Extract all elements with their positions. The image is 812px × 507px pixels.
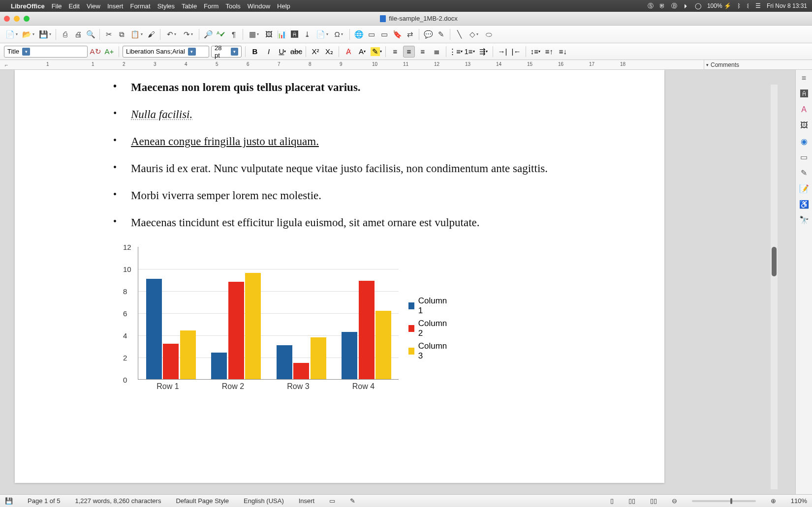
insert-textbox-button[interactable]: 🅰 [289, 29, 300, 40]
comments-panel-header[interactable]: ▾ Comments [704, 60, 802, 70]
battery-status[interactable]: 100% ⚡ [707, 2, 731, 9]
vertical-scrollbar[interactable] [771, 85, 778, 489]
bullet-list-button[interactable]: ⋮≡▾ [450, 46, 462, 58]
page-icon[interactable]: ▭ [799, 151, 810, 162]
insert-chart-button[interactable]: 📊 [276, 29, 287, 40]
clear-formatting-button[interactable]: A̷ [343, 46, 354, 58]
print-button[interactable]: 🖨 [72, 29, 83, 40]
menu-insert[interactable]: Insert [107, 2, 124, 10]
page-style[interactable]: Default Page Style [176, 497, 229, 505]
formatting-marks-button[interactable]: ¶ [228, 29, 239, 40]
sidebar-menu-icon[interactable]: ≡ [799, 73, 810, 84]
font-name-combo[interactable]: Liberation Sans;Arial ▾ [123, 46, 209, 58]
redo-button[interactable]: ↷▾ [181, 29, 195, 40]
paragraph-style-combo[interactable]: Title ▾ [4, 46, 88, 58]
circle-icon[interactable]: ◯ [695, 2, 701, 9]
strikethrough-button[interactable]: abc [290, 46, 302, 58]
align-left-button[interactable]: ≡ [389, 46, 401, 58]
open-button[interactable]: 📂▾ [21, 29, 35, 40]
align-center-button[interactable]: ≡ [403, 46, 415, 58]
insert-field-button[interactable]: 📄▾ [314, 29, 329, 40]
new-button[interactable]: 📄▾ [4, 29, 19, 40]
save-button[interactable]: 💾▾ [37, 29, 52, 40]
undo-button[interactable]: ↶▾ [164, 29, 179, 40]
new-style-button[interactable]: A+ [103, 46, 115, 58]
increase-indent-button[interactable]: →| [497, 46, 508, 58]
list-item[interactable]: Nulla facilisi. [113, 107, 586, 122]
zoom-value[interactable]: 110% [791, 497, 807, 505]
zoom-slider[interactable] [692, 500, 756, 502]
update-style-button[interactable]: A↻ [90, 46, 101, 58]
zoom-in-icon[interactable]: ⊕ [771, 497, 776, 505]
menu-view[interactable]: View [87, 2, 100, 10]
menu-tools[interactable]: Tools [225, 2, 240, 10]
insert-mode[interactable]: Insert [299, 497, 315, 505]
play-icon[interactable]: ⏵ [683, 2, 689, 9]
font-size-combo[interactable]: 28 pt ▾ [211, 46, 242, 58]
increase-para-spacing-button[interactable]: ≡↑ [543, 46, 555, 58]
highlight-button[interactable]: ✎▾ [370, 46, 382, 58]
minimize-button[interactable] [14, 16, 20, 22]
manage-changes-icon[interactable]: 📝 [799, 183, 810, 194]
embedded-chart[interactable]: Column 1Column 2Column 3 024681012Row 1R… [113, 242, 418, 404]
clone-formatting-button[interactable]: 🖌 [146, 29, 156, 40]
align-right-button[interactable]: ≡ [417, 46, 429, 58]
insert-pagebreak-button[interactable]: ⤓ [302, 29, 312, 40]
copy-button[interactable]: ⧉ [116, 29, 127, 40]
find-sidebar-icon[interactable]: 🔭 [799, 214, 810, 225]
numbered-list-button[interactable]: 1≡▾ [464, 46, 475, 58]
gallery-icon[interactable]: 🖼 [799, 120, 810, 131]
zoom-out-icon[interactable]: ⊖ [672, 497, 677, 505]
subscript-button[interactable]: X₂ [323, 46, 335, 58]
menu-styles[interactable]: Styles [157, 2, 175, 10]
insert-image-button[interactable]: 🖼 [263, 29, 274, 40]
insert-crossref-button[interactable]: ⇄ [405, 29, 415, 40]
properties-icon[interactable]: 🅰 [799, 89, 810, 99]
navigator-icon[interactable]: ◉ [799, 136, 810, 147]
insert-table-button[interactable]: ▦▾ [247, 29, 261, 40]
clock[interactable]: Fri Nov 8 13:31 [767, 2, 807, 9]
signature-icon[interactable]: ✎ [350, 497, 355, 505]
menu-format[interactable]: Format [130, 2, 150, 10]
track-changes-button[interactable]: ✎ [436, 29, 446, 40]
insert-comment-button[interactable]: 💬 [423, 29, 434, 40]
view-multi-icon[interactable]: ▯▯ [628, 497, 635, 505]
insert-hyperlink-button[interactable]: 🌐 [353, 29, 364, 40]
menu-edit[interactable]: Edit [69, 2, 80, 10]
export-pdf-button[interactable]: ⎙ [60, 29, 70, 40]
align-justify-button[interactable]: ≣ [431, 46, 442, 58]
bitwarden-icon[interactable]: Ⓑ [671, 2, 677, 10]
page-indicator[interactable]: Page 1 of 5 [28, 497, 61, 505]
maximize-button[interactable] [24, 16, 30, 22]
control-center-icon[interactable]: ☰ [755, 2, 761, 9]
document-page[interactable]: Maecenas non lorem quis tellus placerat … [15, 70, 664, 483]
decrease-indent-button[interactable]: |← [510, 46, 522, 58]
insert-endnote-button[interactable]: ▭ [379, 29, 390, 40]
superscript-button[interactable]: X² [310, 46, 321, 58]
paste-button[interactable]: 📋▾ [129, 29, 144, 40]
selection-mode-icon[interactable]: ▭ [329, 497, 335, 505]
horizontal-ruler[interactable]: 1123456789101112131415161718 [15, 60, 684, 70]
line-button[interactable]: ╲ [454, 29, 465, 40]
insert-footnote-button[interactable]: ▭ [366, 29, 377, 40]
list-item[interactable]: Mauris id ex erat. Nunc vulputate neque … [113, 161, 586, 176]
bluetooth-icon[interactable]: ᛒ [737, 2, 741, 9]
draw-functions-button[interactable]: ⬭ [483, 29, 494, 40]
list-item[interactable]: Maecenas non lorem quis tellus placerat … [113, 80, 586, 95]
app-name[interactable]: LibreOffice [11, 2, 45, 10]
bold-button[interactable]: B [249, 46, 261, 58]
menu-help[interactable]: Help [277, 2, 290, 10]
save-indicator-icon[interactable]: 💾 [5, 497, 13, 505]
wifi-icon[interactable]: ⧙ [747, 2, 750, 9]
line-spacing-button[interactable]: ↕≡▾ [530, 46, 541, 58]
menu-file[interactable]: File [52, 2, 62, 10]
list-item[interactable]: Morbi viverra semper lorem nec molestie. [113, 188, 586, 203]
font-color-button[interactable]: A▾ [356, 46, 368, 58]
view-book-icon[interactable]: ▯▯ [650, 497, 657, 505]
basic-shapes-button[interactable]: ◇▾ [467, 29, 481, 40]
italic-button[interactable]: I [263, 46, 275, 58]
menu-form[interactable]: Form [204, 2, 219, 10]
cut-button[interactable]: ✂ [103, 29, 114, 40]
list-item[interactable]: Maecenas tincidunt est efficitur ligula … [113, 215, 586, 230]
view-single-icon[interactable]: ▯ [610, 497, 614, 505]
